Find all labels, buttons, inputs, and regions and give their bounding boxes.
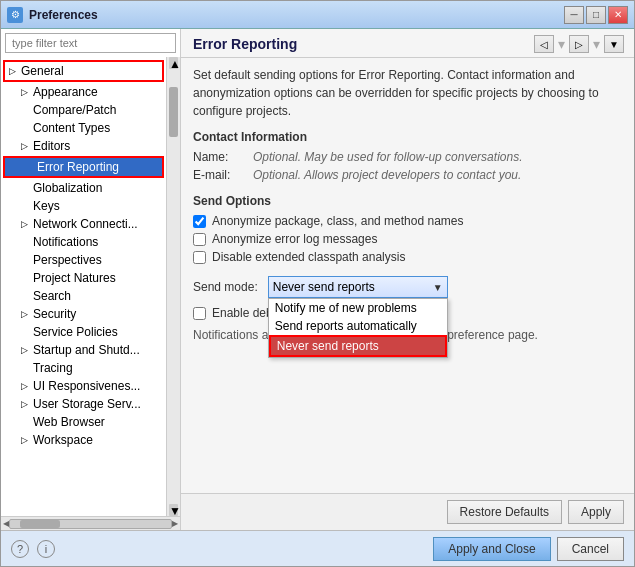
window-controls: ─ □ ✕ (564, 6, 628, 24)
sidebar-item-perspectives[interactable]: ▷ Perspectives (1, 251, 166, 269)
maximize-button[interactable]: □ (586, 6, 606, 24)
sidebar-item-globalization[interactable]: ▷ Globalization (1, 179, 166, 197)
main-body: Set default sending options for Error Re… (181, 58, 634, 493)
globalization-label: Globalization (33, 181, 102, 195)
sidebar-item-security[interactable]: ▷ Security (1, 305, 166, 323)
cancel-button[interactable]: Cancel (557, 537, 624, 561)
main-panel: Error Reporting ◁ ▾ ▷ ▾ ▼ Set default se… (181, 29, 634, 530)
scroll-down-btn[interactable]: ▼ (169, 504, 178, 516)
sidebar-item-error-reporting[interactable]: ▷ Error Reporting (5, 158, 162, 176)
email-label: E-mail: (193, 168, 253, 182)
option-notify[interactable]: Notify me of new problems (269, 299, 447, 317)
keys-label: Keys (33, 199, 60, 213)
sidebar-item-web-browser[interactable]: ▷ Web Browser (1, 413, 166, 431)
sidebar-item-notifications[interactable]: ▷ Notifications (1, 233, 166, 251)
sidebar-item-keys[interactable]: ▷ Keys (1, 197, 166, 215)
anonymize-error-row: Anonymize error log messages (193, 232, 622, 246)
email-value: Optional. Allows project developers to c… (253, 168, 622, 182)
contact-information-section: Contact Information Name: Optional. May … (193, 130, 622, 182)
minimize-button[interactable]: ─ (564, 6, 584, 24)
nav-dropdown-button[interactable]: ▼ (604, 35, 624, 53)
apply-button[interactable]: Apply (568, 500, 624, 524)
search-label: Search (33, 289, 71, 303)
expand-arrow-startup: ▷ (21, 345, 31, 355)
h-scroll-track (9, 519, 172, 529)
send-mode-row: Send mode: Never send reports ▼ Notify m… (193, 276, 622, 298)
sidebar-item-content-types[interactable]: ▷ Content Types (1, 119, 166, 137)
sidebar-item-compare-patch[interactable]: ▷ Compare/Patch (1, 101, 166, 119)
sidebar-item-workspace[interactable]: ▷ Workspace (1, 431, 166, 449)
sidebar-item-general[interactable]: ▷ General (5, 62, 162, 80)
sidebar-item-user-storage[interactable]: ▷ User Storage Serv... (1, 395, 166, 413)
option-send-auto[interactable]: Send reports automatically (269, 317, 447, 335)
send-options-section: Send Options Anonymize package, class, a… (193, 194, 622, 264)
error-reporting-label: Error Reporting (37, 160, 119, 174)
dropdown-arrow-icon: ▼ (433, 282, 443, 293)
send-mode-selected[interactable]: Never send reports ▼ (268, 276, 448, 298)
close-button[interactable]: ✕ (608, 6, 628, 24)
sidebar-scrollbar[interactable]: ▲ ▼ (166, 57, 180, 516)
content-area: ▷ General ▷ Appearance ▷ Compare/Patch ▷ (1, 29, 634, 530)
name-value: Optional. May be used for follow-up conv… (253, 150, 622, 164)
filter-input[interactable] (5, 33, 176, 53)
h-scrollbar[interactable]: ◀ ▶ (1, 516, 180, 530)
nav-buttons: ◁ ▾ ▷ ▾ ▼ (534, 35, 624, 53)
restore-defaults-button[interactable]: Restore Defaults (447, 500, 562, 524)
sidebar-item-startup[interactable]: ▷ Startup and Shutd... (1, 341, 166, 359)
startup-label: Startup and Shutd... (33, 343, 140, 357)
user-storage-label: User Storage Serv... (33, 397, 141, 411)
sidebar-item-service-policies[interactable]: ▷ Service Policies (1, 323, 166, 341)
expand-arrow-editors: ▷ (21, 141, 31, 151)
sidebar-item-tracing[interactable]: ▷ Tracing (1, 359, 166, 377)
forward-button[interactable]: ▷ (569, 35, 589, 53)
sidebar-item-project-natures[interactable]: ▷ Project Natures (1, 269, 166, 287)
sidebar-item-appearance[interactable]: ▷ Appearance (1, 83, 166, 101)
contact-section-title: Contact Information (193, 130, 622, 144)
expand-arrow-user: ▷ (21, 399, 31, 409)
general-group: ▷ General (3, 60, 164, 82)
footer-help: ? i (11, 540, 427, 558)
back-button[interactable]: ◁ (534, 35, 554, 53)
content-types-label: Content Types (33, 121, 110, 135)
workspace-label: Workspace (33, 433, 93, 447)
error-reporting-group: ▷ Error Reporting (3, 156, 164, 178)
h-scroll-thumb (20, 520, 60, 528)
editors-label: Editors (33, 139, 70, 153)
anonymize-error-checkbox[interactable] (193, 233, 206, 246)
perspectives-label: Perspectives (33, 253, 102, 267)
anonymize-package-label: Anonymize package, class, and method nam… (212, 214, 463, 228)
send-mode-dropdown-list: Notify me of new problems Send reports a… (268, 298, 448, 358)
general-label: General (21, 64, 64, 78)
main-header: Error Reporting ◁ ▾ ▷ ▾ ▼ (181, 29, 634, 58)
debug-mode-checkbox[interactable] (193, 307, 206, 320)
sidebar-item-search[interactable]: ▷ Search (1, 287, 166, 305)
scroll-right-btn[interactable]: ▶ (172, 519, 178, 528)
info-icon[interactable]: i (37, 540, 55, 558)
send-options-title: Send Options (193, 194, 622, 208)
sidebar-item-ui-responsiveness[interactable]: ▷ UI Responsivenes... (1, 377, 166, 395)
tracing-label: Tracing (33, 361, 73, 375)
sidebar-item-editors[interactable]: ▷ Editors (1, 137, 166, 155)
disable-classpath-checkbox[interactable] (193, 251, 206, 264)
expand-arrow-general: ▷ (9, 66, 19, 76)
page-description: Set default sending options for Error Re… (193, 66, 622, 120)
anonymize-error-label: Anonymize error log messages (212, 232, 377, 246)
anonymize-package-checkbox[interactable] (193, 215, 206, 228)
expand-arrow-workspace: ▷ (21, 435, 31, 445)
v-scroll-thumb[interactable] (169, 87, 178, 137)
service-policies-label: Service Policies (33, 325, 118, 339)
apply-close-button[interactable]: Apply and Close (433, 537, 550, 561)
help-icon[interactable]: ? (11, 540, 29, 558)
disable-classpath-label: Disable extended classpath analysis (212, 250, 405, 264)
bottom-buttons: Restore Defaults Apply (181, 493, 634, 530)
window-title: Preferences (29, 8, 564, 22)
anonymize-package-row: Anonymize package, class, and method nam… (193, 214, 622, 228)
option-never-send[interactable]: Never send reports (269, 335, 447, 357)
sidebar: ▷ General ▷ Appearance ▷ Compare/Patch ▷ (1, 29, 181, 530)
send-mode-selected-text: Never send reports (273, 280, 433, 294)
appearance-label: Appearance (33, 85, 98, 99)
sidebar-item-network[interactable]: ▷ Network Connecti... (1, 215, 166, 233)
page-title: Error Reporting (193, 36, 534, 52)
ui-responsiveness-label: UI Responsivenes... (33, 379, 140, 393)
scroll-up-btn[interactable]: ▲ (169, 57, 178, 69)
